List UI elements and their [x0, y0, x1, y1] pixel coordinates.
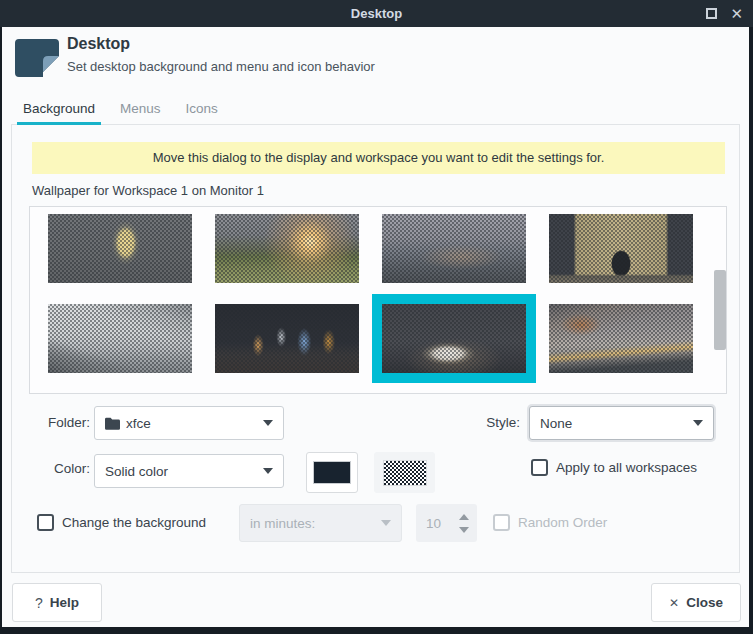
dither-overlay: [382, 304, 526, 373]
random-order-label: Random Order: [518, 515, 607, 530]
wallpaper-thumb-arc-monument-night[interactable]: [549, 214, 693, 283]
folder-select-value: xfce: [126, 416, 263, 431]
apply-all-label: Apply to all workspaces: [556, 460, 697, 475]
spinner-down-icon[interactable]: [459, 527, 469, 533]
solid-color-button[interactable]: [306, 452, 358, 493]
wallpaper-thumb-city-skyline-night[interactable]: [215, 304, 359, 373]
wallpaper-thumb-coastal-bay[interactable]: [382, 214, 526, 283]
change-background-checkbox[interactable]: [37, 514, 54, 531]
desktop-settings-window: Desktop ✕ Desktop Set desktop background…: [0, 0, 753, 634]
tab-background[interactable]: Background: [17, 101, 101, 124]
notice-banner: Move this dialog to the display and work…: [32, 142, 725, 174]
dither-overlay: [48, 214, 192, 283]
random-order-checkbox[interactable]: [493, 514, 510, 531]
dither-overlay: [549, 214, 693, 283]
chevron-down-icon: [381, 520, 391, 526]
tab-bar: Background Menus Icons: [11, 97, 740, 125]
interval-unit-select[interactable]: in minutes:: [239, 504, 402, 542]
wallpaper-list: [29, 206, 727, 394]
wallpaper-thumb-sunset-hills[interactable]: [215, 214, 359, 283]
color-style-select[interactable]: Solid color: [94, 454, 284, 488]
secondary-color-button[interactable]: [374, 452, 435, 493]
titlebar[interactable]: Desktop ✕: [0, 0, 753, 27]
spinner-up-icon[interactable]: [459, 514, 469, 520]
help-button-label: Help: [50, 595, 79, 610]
dither-overlay: [382, 214, 526, 283]
chevron-down-icon: [263, 420, 273, 426]
scrollbar-thumb[interactable]: [714, 270, 726, 350]
minutes-spinner[interactable]: 10: [416, 504, 477, 542]
close-button[interactable]: ✕ Close: [651, 583, 741, 622]
apply-all-workspaces-row[interactable]: Apply to all workspaces: [531, 459, 697, 476]
wallpaper-thumb-snowy-river-valley[interactable]: [48, 304, 192, 373]
transparency-checker-swatch: [383, 460, 427, 486]
folder-select[interactable]: xfce: [94, 406, 284, 440]
color-label: Color:: [33, 461, 90, 476]
wallpaper-list-label: Wallpaper for Workspace 1 on Monitor 1: [32, 183, 739, 198]
close-button-label: Close: [686, 595, 723, 610]
close-button-icon: ✕: [669, 596, 679, 610]
style-label: Style:: [460, 415, 520, 430]
change-background-row[interactable]: Change the background: [37, 514, 206, 531]
solid-color-swatch: [313, 461, 351, 484]
folder-label: Folder:: [33, 415, 90, 430]
tab-icons[interactable]: Icons: [180, 101, 224, 124]
close-icon[interactable]: ✕: [730, 6, 743, 21]
help-button[interactable]: ? Help: [12, 583, 102, 622]
page-subtitle: Set desktop background and menu and icon…: [67, 59, 375, 74]
wallpaper-thumbs: [30, 207, 710, 373]
maximize-icon[interactable]: [706, 8, 717, 19]
wallpaper-thumb-sunset-clouds[interactable]: [549, 304, 693, 373]
apply-all-checkbox[interactable]: [531, 459, 548, 476]
change-background-label: Change the background: [62, 515, 206, 530]
style-select-value: None: [540, 416, 693, 431]
style-select[interactable]: None: [529, 406, 714, 440]
dither-overlay: [215, 214, 359, 283]
dither-overlay: [215, 304, 359, 373]
minutes-value: 10: [426, 516, 459, 531]
color-style-value: Solid color: [105, 464, 263, 479]
folder-icon: [105, 417, 120, 430]
interval-unit-value: in minutes:: [250, 516, 381, 531]
window-title: Desktop: [351, 6, 402, 21]
dither-overlay: [48, 304, 192, 373]
random-order-row[interactable]: Random Order: [493, 514, 607, 531]
desktop-app-icon: [14, 38, 60, 77]
dither-overlay: [549, 304, 693, 373]
background-tab-panel: Move this dialog to the display and work…: [11, 125, 740, 573]
dialog-body: Desktop Set desktop background and menu …: [2, 27, 749, 627]
wallpaper-thumb-moon-night[interactable]: [48, 214, 192, 283]
chevron-down-icon: [263, 468, 273, 474]
page-title: Desktop: [67, 35, 130, 53]
tab-menus[interactable]: Menus: [114, 101, 167, 124]
chevron-down-icon: [693, 420, 703, 426]
wallpaper-thumb-mountain-dusk[interactable]: [382, 304, 526, 373]
help-icon: ?: [35, 595, 43, 611]
